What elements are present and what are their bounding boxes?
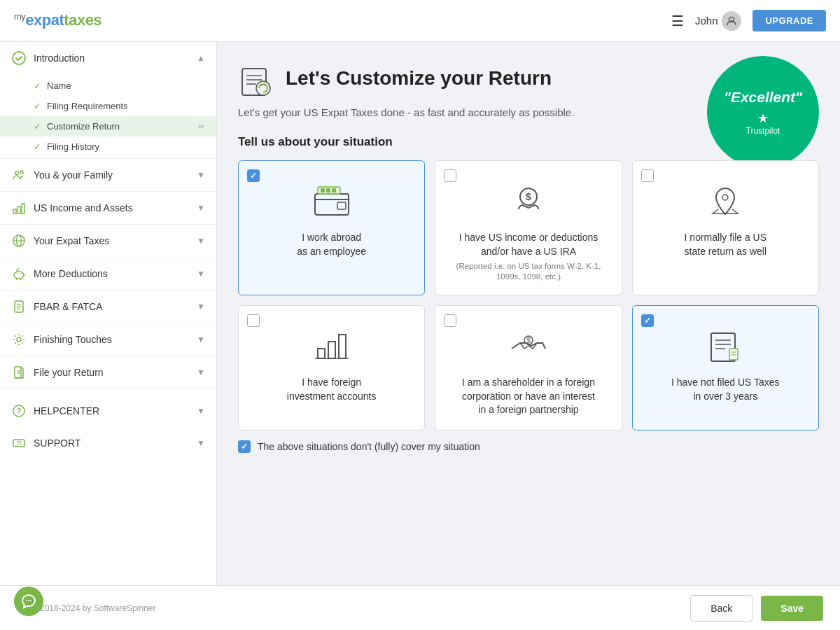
- page-title: Let's Customize your Return: [286, 67, 552, 90]
- option-checkbox-state-return[interactable]: [641, 169, 654, 182]
- chart-icon: [11, 200, 27, 216]
- username: John: [695, 15, 718, 27]
- sidebar-item-fbar[interactable]: FBAR & FATCA ▼: [0, 290, 216, 323]
- trustpilot-label: Trustpilot: [746, 126, 780, 136]
- logo-taxes: taxes: [64, 12, 102, 29]
- svg-point-2: [15, 172, 19, 175]
- sidebar-section-file-return: File your Return ▼: [0, 356, 216, 389]
- sidebar: Introduction ▲ ✓ Name ✓ Filing Requireme…: [0, 42, 217, 585]
- option-checkbox-us-income[interactable]: [444, 169, 456, 182]
- svg-rect-35: [326, 188, 330, 192]
- chevron-down-income-icon: ▼: [197, 203, 205, 213]
- svg-rect-31: [315, 194, 349, 215]
- sidebar-sub-name[interactable]: ✓ Name: [0, 76, 216, 96]
- header: myexpattaxes ☰ John UPGRADE: [0, 0, 840, 42]
- trustpilot-star-icon: ★: [757, 111, 769, 126]
- check-filing-icon: ✓: [34, 101, 41, 111]
- header-right: ☰ John UPGRADE: [671, 10, 826, 31]
- content-area: Let's Customize your Return "Excellent" …: [217, 42, 840, 585]
- page-title-area: Let's Customize your Return: [286, 63, 552, 90]
- sidebar-sub-introduction: ✓ Name ✓ Filing Requirements ✓ Customize…: [0, 74, 216, 158]
- svg-rect-36: [332, 188, 336, 192]
- sidebar-item-us-income[interactable]: US Income and Assets ▼: [0, 192, 216, 224]
- bottom-checkbox[interactable]: [238, 440, 251, 453]
- check-history-icon: ✓: [34, 141, 41, 152]
- svg-rect-19: [15, 367, 21, 378]
- chevron-down-support-icon: ▼: [197, 438, 205, 448]
- sidebar-label-support: SUPPORT: [34, 438, 80, 449]
- svg-rect-5: [18, 206, 20, 214]
- options-grid: I work abroadas an employee $ I have US …: [238, 160, 819, 430]
- sidebar-section-family: You & your Family ▼: [0, 159, 216, 192]
- chevron-down-help-icon: ▼: [197, 406, 205, 416]
- sidebar-section-finishing: Finishing Touches ▼: [0, 323, 216, 356]
- money-hand-icon: $: [507, 181, 550, 223]
- trustpilot-rating: "Excellent": [724, 88, 802, 106]
- sidebar-sub-filing-requirements[interactable]: ✓ Filing Requirements: [0, 96, 216, 116]
- back-button[interactable]: Back: [690, 595, 752, 622]
- option-card-foreign-accounts[interactable]: I have foreigninvestment accounts: [238, 305, 425, 430]
- sidebar-item-file-return[interactable]: File your Return ▼: [0, 356, 216, 388]
- option-card-state-return[interactable]: I normally file a USstate return as well: [632, 160, 819, 295]
- family-icon: [11, 167, 27, 183]
- sidebar-sub-customize-return[interactable]: ✓ Customize Return ✏: [0, 116, 216, 136]
- save-button[interactable]: Save: [761, 596, 823, 621]
- logo-my: my: [14, 11, 25, 22]
- edit-icon[interactable]: ✏: [198, 122, 205, 132]
- sidebar-section-us-income: US Income and Assets ▼: [0, 192, 216, 225]
- sidebar-item-expat[interactable]: Your Expat Taxes ▼: [0, 225, 216, 257]
- handshake-icon: $: [507, 326, 550, 368]
- bottom-checkbox-label: The above situations don't (fully) cover…: [258, 441, 480, 452]
- svg-point-10: [14, 272, 24, 279]
- sidebar-label-introduction: Introduction: [34, 52, 85, 64]
- svg-point-55: [30, 600, 31, 601]
- file-icon: [11, 365, 27, 380]
- check-customize-icon: ✓: [34, 121, 41, 132]
- svg-rect-34: [321, 188, 325, 192]
- page-header-icon: [238, 63, 276, 101]
- sidebar-name-label: Name: [47, 80, 71, 91]
- user-avatar-icon: [722, 11, 741, 31]
- chat-button[interactable]: [14, 587, 43, 616]
- page-header: Let's Customize your Return "Excellent" …: [238, 63, 819, 101]
- option-card-not-filed[interactable]: I have not filed US Taxesin over 3 years: [632, 305, 819, 430]
- svg-rect-32: [337, 202, 346, 209]
- sidebar-section-deductions: More Deductions ▼: [0, 258, 216, 290]
- map-pin-icon: [704, 181, 746, 223]
- option-label-state-return: I normally file a USstate return as well: [685, 231, 767, 258]
- footer: ✏ 2018-2024 by SoftwareSpinner Back Save: [0, 585, 840, 630]
- option-card-shareholder[interactable]: $ I am a shareholder in a foreigncorpora…: [435, 305, 622, 430]
- svg-point-53: [26, 600, 27, 601]
- chevron-down-file-icon: ▼: [197, 368, 205, 377]
- svg-point-1: [13, 52, 25, 64]
- option-label-work-abroad: I work abroadas an employee: [297, 231, 366, 258]
- svg-rect-50: [729, 349, 738, 360]
- option-checkbox-work-abroad[interactable]: [247, 169, 260, 182]
- sidebar-item-introduction[interactable]: Introduction ▲: [0, 42, 216, 74]
- upgrade-button[interactable]: UPGRADE: [752, 10, 826, 31]
- option-card-work-abroad[interactable]: I work abroadas an employee: [238, 160, 425, 295]
- logo-expat: expat: [25, 12, 64, 29]
- trustpilot-badge: "Excellent" ★ Trustpilot: [707, 56, 819, 168]
- menu-icon[interactable]: ☰: [671, 13, 684, 29]
- option-checkbox-shareholder[interactable]: [444, 314, 456, 327]
- sidebar-item-family[interactable]: You & your Family ▼: [0, 159, 216, 191]
- settings-icon: [11, 332, 27, 347]
- sidebar-history-label: Filing History: [47, 141, 99, 152]
- footer-right: Back Save: [690, 595, 823, 622]
- sidebar-sub-filing-history[interactable]: ✓ Filing History: [0, 136, 216, 157]
- sidebar-item-finishing[interactable]: Finishing Touches ▼: [0, 323, 216, 356]
- option-checkbox-foreign-accounts[interactable]: [247, 314, 260, 327]
- sidebar-item-helpcenter[interactable]: ? HELPCENTER ▼: [0, 395, 216, 427]
- piggy-icon: [11, 266, 27, 281]
- sidebar-bottom: ? HELPCENTER ▼ ?! SUPPORT ▼: [0, 389, 216, 459]
- option-card-us-income[interactable]: $ I have US income or deductionsand/or h…: [435, 160, 622, 295]
- svg-text:$: $: [526, 191, 531, 202]
- svg-point-11: [21, 273, 22, 274]
- sidebar-item-support[interactable]: ?! SUPPORT ▼: [0, 427, 216, 459]
- circle-check-icon: [11, 50, 27, 66]
- sidebar-label-helpcenter: HELPCENTER: [34, 405, 99, 416]
- sidebar-item-deductions[interactable]: More Deductions ▼: [0, 258, 216, 290]
- svg-rect-42: [339, 335, 346, 358]
- option-checkbox-not-filed[interactable]: [641, 314, 654, 327]
